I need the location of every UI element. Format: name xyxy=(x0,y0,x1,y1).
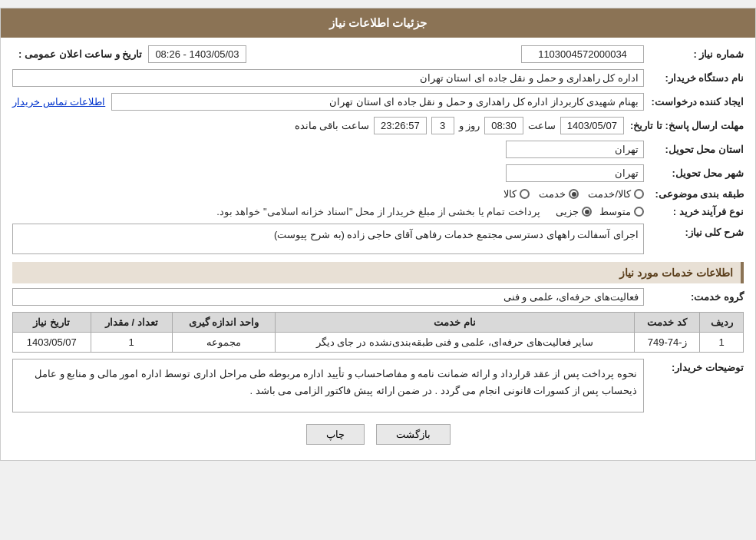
response-remaining-label: ساعت باقی مانده xyxy=(295,120,369,131)
need-number-label: شماره نیاز : xyxy=(644,48,744,60)
province-row: استان محل تحویل: تهران xyxy=(12,141,744,158)
cell-service-name: سایر فعالیت‌های حرفه‌ای، علمی و فنی طبقه… xyxy=(275,333,634,353)
response-time-label: ساعت xyxy=(528,120,556,131)
col-unit: واحد اندازه گیری xyxy=(172,313,275,333)
purchase-type-label: نوع فرآیند خرید : xyxy=(644,206,744,217)
service-group-row: گروه خدمت: فعالیت‌های حرفه‌ای، علمی و فن… xyxy=(12,288,744,306)
announce-datetime-value: 1403/05/03 - 08:26 xyxy=(148,45,246,63)
buyer-notes-label: توضیحات خریدار: xyxy=(644,359,744,373)
cell-service-code: ز-74-749 xyxy=(635,333,700,353)
print-button[interactable]: چاپ xyxy=(306,424,365,445)
category-radio-kala-khedmat xyxy=(634,189,644,199)
purchase-radio-motavasset xyxy=(634,207,644,217)
need-number-row: شماره نیاز : 1103004572000034 1403/05/03… xyxy=(12,45,744,63)
buyer-name-label: نام دستگاه خریدار: xyxy=(644,72,744,84)
button-row: بازگشت چاپ xyxy=(12,424,744,445)
response-deadline-row: مهلت ارسال پاسخ: تا تاریخ: 1403/05/07 سا… xyxy=(12,117,744,134)
category-radio-khedmat xyxy=(569,189,579,199)
col-quantity: تعداد / مقدار xyxy=(91,313,172,333)
page-title: جزئیات اطلاعات نیاز xyxy=(329,16,427,29)
category-option-khedmat[interactable]: خدمت xyxy=(539,188,579,200)
response-days-value: 3 xyxy=(431,117,454,134)
purchase-type-jozi[interactable]: جزیی xyxy=(556,206,592,217)
category-row: طبقه بندی موضوعی: کالا/خدمت خدمت کالا xyxy=(12,188,744,200)
purchase-type-motavasset[interactable]: متوسط xyxy=(599,206,644,217)
province-label: استان محل تحویل: xyxy=(644,144,744,155)
back-button[interactable]: بازگشت xyxy=(376,424,451,445)
city-label: شهر محل تحویل: xyxy=(644,167,744,179)
buyer-notes-section: توضیحات خریدار: نحوه پرداخت پس از عقد قر… xyxy=(12,359,744,412)
buyer-notes-container: نحوه پرداخت پس از عقد قرارداد و ارائه ضم… xyxy=(12,359,644,412)
response-days-label: روز و xyxy=(459,120,480,131)
city-row: شهر محل تحویل: تهران xyxy=(12,164,744,182)
need-description-container: اجرای آسفالت راهها‌ی دسترسی مجتمع خدمات … xyxy=(12,224,644,254)
need-number-value: 1103004572000034 xyxy=(521,45,644,63)
services-table: ردیف کد خدمت نام خدمت واحد اندازه گیری ت… xyxy=(12,312,744,353)
response-time-value: 08:30 xyxy=(484,117,523,134)
requester-row: ایجاد کننده درخواست: بهنام شهیدی کاربردا… xyxy=(12,93,744,111)
response-date-value: 1403/05/07 xyxy=(560,117,624,134)
requester-link[interactable]: اطلاعات تماس خریدار xyxy=(12,96,105,108)
page-header: جزئیات اطلاعات نیاز xyxy=(1,8,755,38)
buyer-name-row: نام دستگاه خریدار: اداره کل راهداری و حم… xyxy=(12,69,744,87)
purchase-radio-jozi xyxy=(582,207,592,217)
table-row: 1 ز-74-749 سایر فعالیت‌های حرفه‌ای، علمی… xyxy=(13,333,744,353)
category-radio-kala xyxy=(520,189,530,199)
col-service-name: نام خدمت xyxy=(275,313,634,333)
buyer-name-value: اداره کل راهداری و حمل و نقل جاده ای است… xyxy=(12,69,644,87)
purchase-label-motavasset: متوسط xyxy=(599,206,631,217)
purchase-type-row: نوع فرآیند خرید : متوسط جزیی پرداخت تمام… xyxy=(12,206,744,217)
page-container: جزئیات اطلاعات نیاز شماره نیاز : 1103004… xyxy=(0,8,756,461)
response-remaining-value: 23:26:57 xyxy=(374,117,427,134)
cell-date: 1403/05/07 xyxy=(13,333,91,353)
table-header-row: ردیف کد خدمت نام خدمت واحد اندازه گیری ت… xyxy=(13,313,744,333)
service-group-label: گروه خدمت: xyxy=(644,291,744,303)
cell-unit: مجموعه xyxy=(172,333,275,353)
category-label-kala-khedmat: کالا/خدمت xyxy=(588,188,631,200)
services-section-title: اطلاعات خدمات مورد نیاز xyxy=(12,262,744,283)
category-option-kala[interactable]: کالا xyxy=(503,188,530,200)
content-area: شماره نیاز : 1103004572000034 1403/05/03… xyxy=(1,38,755,460)
purchase-type-options: متوسط جزیی پرداخت تمام یا بخشی از مبلغ خ… xyxy=(216,206,644,217)
requester-label: ایجاد کننده درخواست: xyxy=(644,96,744,108)
category-label-kala: کالا xyxy=(503,188,517,200)
service-group-value: فعالیت‌های حرفه‌ای، علمی و فنی xyxy=(12,288,644,306)
col-date: تاریخ نیاز xyxy=(13,313,91,333)
city-value: تهران xyxy=(506,164,644,182)
province-value: تهران xyxy=(506,141,644,158)
category-radio-group: کالا/خدمت خدمت کالا xyxy=(503,188,644,200)
need-description-section: شرح کلی نیاز: اجرای آسفالت راهها‌ی دسترس… xyxy=(12,224,744,254)
col-service-code: کد خدمت xyxy=(635,313,700,333)
announce-datetime-label: تاریخ و ساعت اعلان عمومی : xyxy=(12,48,142,60)
need-description-label: شرح کلی نیاز: xyxy=(644,224,744,238)
category-label: طبقه بندی موضوعی: xyxy=(644,188,744,200)
purchase-note: پرداخت تمام یا بخشی از مبلغ خریدار از مح… xyxy=(216,206,540,217)
cell-row-num: 1 xyxy=(700,333,744,353)
cell-quantity: 1 xyxy=(91,333,172,353)
category-label-khedmat: خدمت xyxy=(539,188,566,200)
response-deadline-label: مهلت ارسال پاسخ: تا تاریخ: xyxy=(624,120,744,131)
need-description-value: اجرای آسفالت راهها‌ی دسترسی مجتمع خدمات … xyxy=(12,224,644,254)
col-row-num: ردیف xyxy=(700,313,744,333)
requester-value: بهنام شهیدی کاربرداز اداره کل راهداری و … xyxy=(111,93,644,111)
buyer-notes-value: نحوه پرداخت پس از عقد قرارداد و ارائه ضم… xyxy=(12,359,644,412)
purchase-label-jozi: جزیی xyxy=(556,206,579,217)
category-option-kala-khedmat[interactable]: کالا/خدمت xyxy=(588,188,644,200)
